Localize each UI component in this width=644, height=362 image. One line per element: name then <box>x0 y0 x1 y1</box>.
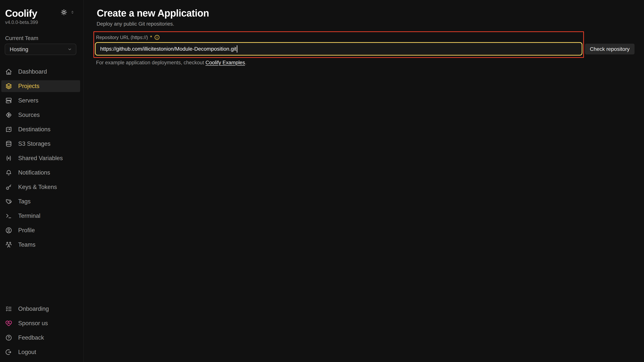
sidebar-item-shared-variables[interactable]: Shared Variables <box>1 152 80 164</box>
variable-icon <box>5 155 12 162</box>
sidebar-item-profile[interactable]: Profile <box>1 225 80 236</box>
terminal-icon <box>5 213 12 219</box>
sidebar-item-label: Logout <box>18 349 36 355</box>
sidebar-item-destinations[interactable]: Destinations <box>1 123 80 135</box>
info-icon[interactable] <box>154 35 160 40</box>
repository-url-label: Repository URL (https://) <box>96 34 148 40</box>
sidebar-item-label: Servers <box>18 97 38 104</box>
unfold-icon <box>70 10 75 15</box>
theme-toggle-button[interactable] <box>60 9 68 16</box>
sidebar-item-terminal[interactable]: Terminal <box>1 210 80 222</box>
repository-url-value: https://github.com/illicitestonion/Modul… <box>100 46 236 52</box>
home-icon <box>5 68 12 75</box>
sidebar-item-servers[interactable]: Servers <box>1 95 80 106</box>
coolify-examples-link[interactable]: Coolify Examples <box>206 60 245 65</box>
required-marker: * <box>150 34 152 40</box>
server-bolt-icon <box>5 97 12 104</box>
onboarding-highlight-box: Repository URL (https://) * https://gith… <box>94 31 584 58</box>
sidebar-item-label: Onboarding <box>18 305 49 312</box>
sidebar-item-label: Feedback <box>18 334 44 341</box>
team-select-value: Hosting <box>10 46 28 53</box>
page-subtitle: Deploy any public Git repositories. <box>96 21 644 27</box>
checklist-icon <box>5 305 12 312</box>
sidebar-item-dashboard[interactable]: Dashboard <box>1 66 80 78</box>
repository-url-label-row: Repository URL (https://) * <box>96 34 582 40</box>
heart-handshake-icon <box>5 320 12 327</box>
layers-icon <box>5 83 12 90</box>
sidebar-header-icons <box>60 9 75 16</box>
sidebar-item-label: Sources <box>18 112 40 118</box>
sidebar-item-label: Projects <box>18 83 40 90</box>
sidebar-item-notifications[interactable]: Notifications <box>1 167 80 178</box>
sidebar-item-logout[interactable]: Logout <box>1 346 80 358</box>
sidebar-item-onboarding[interactable]: Onboarding <box>1 303 80 315</box>
help-text: For example application deployments, che… <box>96 60 644 66</box>
map-x-icon <box>5 126 12 133</box>
user-circle-icon <box>5 227 12 234</box>
app-logo[interactable]: Coolify <box>5 8 37 19</box>
sidebar-item-label: Notifications <box>18 169 50 176</box>
sidebar-item-s3-storages[interactable]: S3 Storages <box>1 138 80 150</box>
sidebar-item-projects[interactable]: Projects <box>1 80 80 92</box>
repository-url-input[interactable]: https://github.com/illicitestonion/Modul… <box>95 42 582 56</box>
sidebar-item-keys-tokens[interactable]: Keys & Tokens <box>1 181 80 193</box>
repository-form-row: Repository URL (https://) * https://gith… <box>94 31 644 58</box>
instance-switch-button[interactable] <box>70 10 75 15</box>
coolify-app: Coolify v4.0.0-beta.399 Current Team <box>0 0 644 362</box>
team-select[interactable]: Hosting <box>5 44 76 55</box>
main-content: Create a new Application Deploy any publ… <box>84 0 644 362</box>
page-title: Create a new Application <box>97 9 644 18</box>
check-repository-button[interactable]: Check repository <box>585 44 634 55</box>
sidebar-item-feedback[interactable]: Feedback <box>1 332 80 343</box>
help-circle-icon <box>5 334 12 341</box>
sidebar-item-label: Destinations <box>18 126 50 133</box>
text-caret <box>237 45 237 53</box>
sidebar-item-sponsor-us[interactable]: Sponsor us <box>1 317 80 329</box>
sidebar-item-teams[interactable]: Teams <box>1 239 80 251</box>
sidebar-item-label: Tags <box>18 198 30 205</box>
sidebar-item-label: Profile <box>18 227 35 234</box>
logout-icon <box>5 349 12 355</box>
bell-icon <box>5 169 12 176</box>
sun-icon <box>60 9 68 16</box>
sidebar-item-label: Terminal <box>18 213 40 219</box>
sidebar-item-label: S3 Storages <box>18 140 50 147</box>
sidebar-item-label: Sponsor us <box>18 320 48 327</box>
sidebar-nav: Dashboard Projects Servers <box>0 66 83 251</box>
key-icon <box>5 184 12 191</box>
sidebar-header: Coolify <box>5 8 75 19</box>
sidebar-item-label: Shared Variables <box>18 155 63 162</box>
tags-icon <box>5 198 12 205</box>
chevron-down-icon <box>67 47 72 52</box>
current-team-label: Current Team <box>5 35 83 41</box>
sidebar-item-tags[interactable]: Tags <box>1 196 80 207</box>
sidebar-item-sources[interactable]: Sources <box>1 109 80 121</box>
git-diamond-icon <box>5 112 12 118</box>
sidebar: Coolify v4.0.0-beta.399 Current Team <box>0 0 84 362</box>
sidebar-footer-nav: Onboarding Sponsor us Feedback <box>0 303 83 361</box>
sidebar-item-label: Teams <box>18 241 36 248</box>
users-group-icon <box>5 241 12 248</box>
sidebar-item-label: Keys & Tokens <box>18 184 57 191</box>
database-icon <box>5 140 12 147</box>
sidebar-item-label: Dashboard <box>18 68 47 75</box>
app-version: v4.0.0-beta.399 <box>5 20 83 25</box>
